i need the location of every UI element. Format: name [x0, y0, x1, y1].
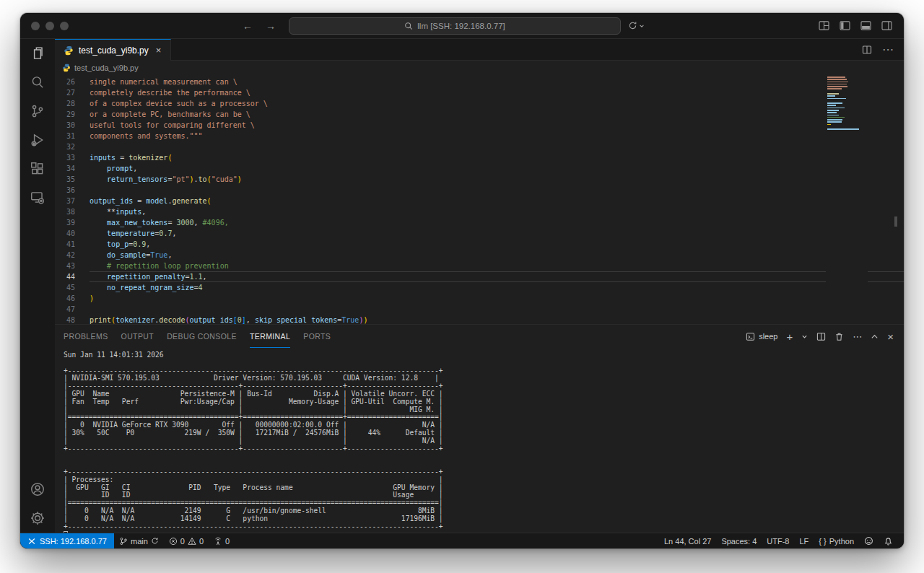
language-label: Python: [829, 537, 854, 546]
code-line[interactable]: # repetition loop prevention: [90, 261, 904, 271]
code-line[interactable]: return_tensors="pt").to("cuda"): [90, 174, 904, 185]
scrollbar-thumb[interactable]: [894, 216, 897, 227]
maximize-panel-icon[interactable]: [871, 333, 879, 341]
code-line[interactable]: output_ids = model.generate(: [90, 196, 904, 206]
settings-button[interactable]: [20, 504, 55, 533]
line-number: 45: [55, 282, 90, 293]
close-panel-icon[interactable]: ×: [887, 331, 894, 342]
run-recent-command-button[interactable]: [628, 21, 645, 30]
run-debug-icon: [30, 132, 45, 148]
split-editor-icon[interactable]: [862, 45, 872, 55]
tab-close-icon[interactable]: ×: [154, 45, 164, 56]
terminal-view[interactable]: Sun Jan 11 14:01:31 2026 +--------------…: [55, 348, 904, 533]
language-status[interactable]: { } Python: [814, 533, 859, 548]
panel-tab-terminal[interactable]: TERMINAL: [250, 325, 290, 348]
python-file-icon: [64, 45, 74, 56]
git-branch-icon: [30, 103, 45, 119]
editor-tab-bar: test_cuda_yi9b.py × ⋯: [55, 39, 904, 61]
toggle-sidebar-left-icon[interactable]: [840, 21, 850, 30]
editor-gutter: 2627282930313233343536373839404142434445…: [55, 75, 90, 324]
code-line[interactable]: of a complex device such as a processor …: [90, 98, 904, 109]
split-terminal-icon[interactable]: [816, 332, 826, 341]
panel-tab-problems[interactable]: PROBLEMS: [64, 325, 108, 348]
minimap-line: [827, 84, 847, 85]
minimize-window-button[interactable]: [45, 22, 54, 30]
copilot-status[interactable]: [859, 533, 879, 548]
problems-status[interactable]: 0 0: [164, 533, 209, 548]
encoding-status[interactable]: UTF-8: [762, 533, 794, 548]
accounts-button[interactable]: [20, 475, 55, 504]
line-number: 44: [55, 271, 90, 282]
kill-terminal-icon[interactable]: [834, 332, 844, 341]
toggle-panel-icon[interactable]: [860, 21, 871, 30]
code-line[interactable]: print(tokenizer.decode(output_ids[0], sk…: [90, 315, 904, 324]
eol-status[interactable]: LF: [795, 533, 814, 548]
ports-status[interactable]: 0: [209, 533, 235, 548]
sidebar-item-extensions[interactable]: [20, 154, 55, 183]
command-center-label: llm [SSH: 192.168.0.77]: [417, 22, 505, 30]
terminal-dropdown-icon[interactable]: [801, 333, 808, 340]
code-line[interactable]: do_sample=True,: [90, 250, 904, 261]
back-icon[interactable]: ←: [243, 20, 253, 32]
panel-tab-ports[interactable]: PORTS: [303, 325, 331, 348]
indentation-status[interactable]: Spaces: 4: [716, 533, 762, 548]
search-icon: [404, 22, 413, 30]
notifications-button[interactable]: [879, 533, 898, 548]
editor-more-actions-icon[interactable]: ⋯: [882, 43, 894, 56]
toggle-sidebar-right-icon[interactable]: [881, 21, 892, 30]
code-line[interactable]: top_p=0.9,: [90, 239, 904, 250]
bell-icon: [884, 536, 893, 546]
code-line[interactable]: useful tools for comparing different \: [90, 120, 904, 131]
line-number: 31: [55, 131, 90, 141]
code-line[interactable]: or a complete PC, benchmarks can be \: [90, 109, 904, 120]
customize-layout-icon[interactable]: [819, 21, 829, 30]
panel-tab-output[interactable]: OUTPUT: [121, 325, 154, 348]
branch-status[interactable]: main: [114, 533, 164, 548]
breadcrumb-file: test_cuda_yi9b.py: [74, 64, 139, 72]
code-line[interactable]: temperature=0.7,: [90, 228, 904, 239]
tab-test-cuda-yi9b[interactable]: test_cuda_yi9b.py ×: [55, 39, 171, 61]
code-line[interactable]: [90, 141, 904, 152]
code-line[interactable]: ): [90, 293, 904, 304]
tab-label: test_cuda_yi9b.py: [79, 45, 149, 56]
code-line[interactable]: single numerical measurement can \: [90, 76, 904, 87]
breadcrumb[interactable]: test_cuda_yi9b.py: [55, 61, 904, 75]
cursor-position[interactable]: Ln 44, Col 27: [659, 533, 716, 548]
code-line[interactable]: **inputs,: [90, 206, 904, 217]
minimap-line: [827, 82, 848, 83]
close-window-button[interactable]: [31, 22, 40, 30]
editor-code[interactable]: single numerical measurement can \comple…: [90, 75, 904, 324]
line-number: 47: [55, 304, 90, 315]
new-terminal-button[interactable]: +: [786, 331, 793, 342]
sidebar-item-run-debug[interactable]: [20, 126, 55, 154]
code-line[interactable]: no_repeat_ngram_size=4: [90, 282, 904, 293]
forward-icon[interactable]: →: [266, 20, 276, 32]
sidebar-item-source-control[interactable]: [20, 97, 55, 126]
code-line[interactable]: max_new_tokens= 3000, #4096,: [90, 217, 904, 228]
panel-more-actions-icon[interactable]: ⋯: [853, 332, 862, 341]
terminal-instance[interactable]: sleep: [746, 332, 777, 341]
minimap[interactable]: [826, 76, 868, 324]
code-line[interactable]: prompt,: [90, 163, 904, 174]
code-line[interactable]: completely describe the performance \: [90, 87, 904, 98]
minimap-line: [827, 115, 839, 116]
code-line[interactable]: components and systems.""": [90, 131, 904, 141]
panel-tab-debug-console[interactable]: DEBUG CONSOLE: [167, 325, 237, 348]
zoom-window-button[interactable]: [60, 22, 69, 30]
sidebar-item-remote-explorer[interactable]: [20, 183, 55, 212]
command-center[interactable]: llm [SSH: 192.168.0.77]: [289, 17, 621, 35]
code-line[interactable]: repetition_penalty=1.1,: [90, 271, 904, 282]
code-line[interactable]: [90, 304, 904, 315]
extensions-icon: [30, 161, 45, 177]
sidebar-item-search[interactable]: [20, 68, 55, 97]
remote-indicator[interactable]: SSH: 192.168.0.77: [20, 533, 114, 548]
copilot-icon: [864, 536, 873, 546]
minimap-line: [827, 76, 845, 78]
minimap-line: [827, 121, 842, 123]
sidebar-item-explorer[interactable]: [20, 39, 55, 68]
code-editor[interactable]: 2627282930313233343536373839404142434445…: [55, 75, 904, 324]
code-line[interactable]: [90, 185, 904, 196]
account-icon: [30, 481, 45, 497]
code-line[interactable]: inputs = tokenizer(: [90, 152, 904, 163]
indentation-label: Spaces: 4: [721, 537, 757, 546]
